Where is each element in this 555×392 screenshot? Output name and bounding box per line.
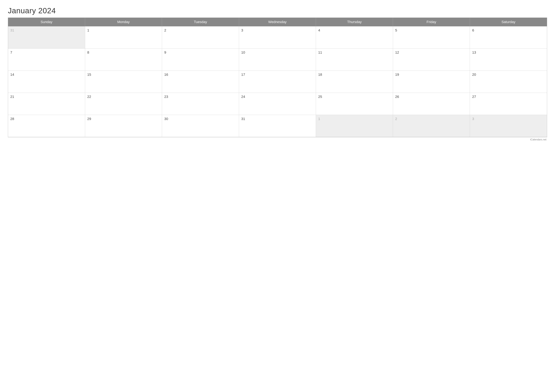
header-cell-thursday: Thursday bbox=[316, 18, 393, 26]
day-number: 2 bbox=[395, 117, 397, 121]
day-number: 11 bbox=[318, 50, 322, 54]
day-cell: 9 bbox=[162, 49, 239, 71]
day-number: 14 bbox=[10, 73, 14, 77]
day-number: 31 bbox=[10, 28, 14, 32]
day-number: 20 bbox=[472, 73, 476, 77]
day-number: 2 bbox=[164, 28, 166, 32]
day-cell: 10 bbox=[239, 49, 316, 71]
day-cell: 26 bbox=[393, 93, 470, 115]
day-cell: 2 bbox=[393, 115, 470, 137]
day-cell: 7 bbox=[8, 49, 85, 71]
day-number: 22 bbox=[87, 95, 91, 99]
day-number: 26 bbox=[395, 95, 399, 99]
day-number: 8 bbox=[87, 50, 89, 54]
day-number: 17 bbox=[241, 73, 245, 77]
header-cell-wednesday: Wednesday bbox=[239, 18, 316, 26]
day-cell: 31 bbox=[239, 115, 316, 137]
day-number: 10 bbox=[241, 50, 245, 54]
day-cell: 11 bbox=[316, 49, 393, 71]
day-cell: 25 bbox=[316, 93, 393, 115]
day-number: 4 bbox=[318, 28, 320, 32]
day-cell: 2 bbox=[162, 26, 239, 49]
day-cell: 16 bbox=[162, 71, 239, 93]
day-number: 18 bbox=[318, 73, 322, 77]
day-number: 21 bbox=[10, 95, 14, 99]
day-cell: 18 bbox=[316, 71, 393, 93]
day-cell: 23 bbox=[162, 93, 239, 115]
day-number: 3 bbox=[241, 28, 243, 32]
day-cell: 31 bbox=[8, 26, 85, 49]
day-cell: 6 bbox=[470, 26, 547, 49]
header-cell-tuesday: Tuesday bbox=[162, 18, 239, 26]
day-cell: 8 bbox=[85, 49, 162, 71]
day-number: 3 bbox=[472, 117, 474, 121]
day-cell: 4 bbox=[316, 26, 393, 49]
header-cell-friday: Friday bbox=[393, 18, 470, 26]
day-number: 13 bbox=[472, 50, 476, 54]
day-number: 31 bbox=[241, 117, 245, 121]
day-number: 25 bbox=[318, 95, 322, 99]
day-cell: 17 bbox=[239, 71, 316, 93]
day-number: 9 bbox=[164, 50, 166, 54]
day-number: 27 bbox=[472, 95, 476, 99]
day-cell: 28 bbox=[8, 115, 85, 137]
day-cell: 21 bbox=[8, 93, 85, 115]
watermark: iCalendars.net bbox=[8, 138, 547, 141]
day-cell: 14 bbox=[8, 71, 85, 93]
day-number: 16 bbox=[164, 73, 168, 77]
day-number: 24 bbox=[241, 95, 245, 99]
day-number: 15 bbox=[87, 73, 91, 77]
day-cell: 24 bbox=[239, 93, 316, 115]
day-number: 12 bbox=[395, 50, 399, 54]
day-number: 28 bbox=[10, 117, 14, 121]
day-cell: 12 bbox=[393, 49, 470, 71]
page-title: January 2024 bbox=[8, 6, 547, 15]
day-cell: 20 bbox=[470, 71, 547, 93]
day-cell: 15 bbox=[85, 71, 162, 93]
day-cell: 30 bbox=[162, 115, 239, 137]
header-cell-sunday: Sunday bbox=[8, 18, 85, 26]
day-cell: 3 bbox=[470, 115, 547, 137]
day-number: 1 bbox=[318, 117, 320, 121]
day-cell: 1 bbox=[316, 115, 393, 137]
calendar: SundayMondayTuesdayWednesdayThursdayFrid… bbox=[8, 18, 547, 137]
day-number: 23 bbox=[164, 95, 168, 99]
day-number: 19 bbox=[395, 73, 399, 77]
day-cell: 1 bbox=[85, 26, 162, 49]
calendar-grid: 3112345678910111213141516171819202122232… bbox=[8, 26, 547, 137]
day-cell: 13 bbox=[470, 49, 547, 71]
day-number: 30 bbox=[164, 117, 168, 121]
day-number: 29 bbox=[87, 117, 91, 121]
day-number: 7 bbox=[10, 50, 12, 54]
day-cell: 22 bbox=[85, 93, 162, 115]
day-cell: 29 bbox=[85, 115, 162, 137]
day-cell: 19 bbox=[393, 71, 470, 93]
day-number: 1 bbox=[87, 28, 89, 32]
header-cell-saturday: Saturday bbox=[470, 18, 547, 26]
day-cell: 5 bbox=[393, 26, 470, 49]
day-number: 5 bbox=[395, 28, 397, 32]
calendar-header: SundayMondayTuesdayWednesdayThursdayFrid… bbox=[8, 18, 547, 26]
day-cell: 27 bbox=[470, 93, 547, 115]
day-number: 6 bbox=[472, 28, 474, 32]
header-cell-monday: Monday bbox=[85, 18, 162, 26]
day-cell: 3 bbox=[239, 26, 316, 49]
